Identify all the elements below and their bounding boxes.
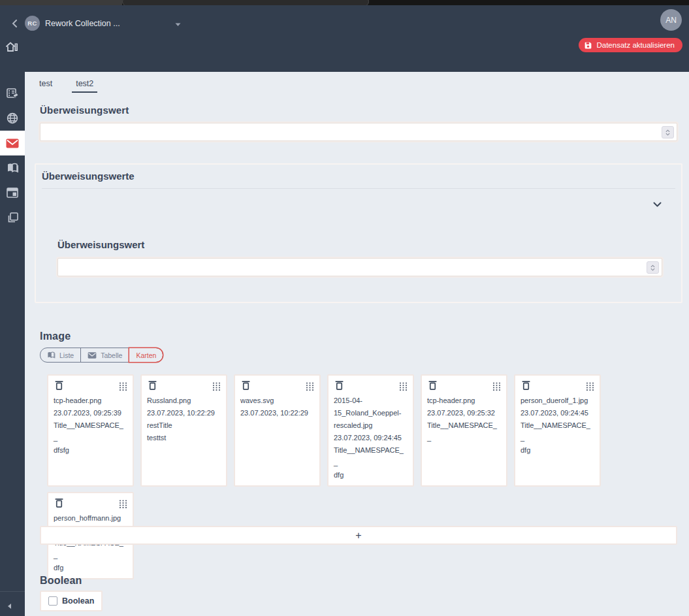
workspace-avatar: RC [25, 16, 40, 31]
tab-test2[interactable]: test2 [72, 78, 97, 93]
card-date: 23.07.2023, 09:25:39 [54, 407, 127, 419]
back-chevron-icon [11, 20, 18, 27]
sidebar [0, 72, 25, 616]
view-toggle-karten[interactable]: Karten [129, 348, 163, 362]
field1-wrapper [40, 123, 677, 141]
view-toggle: Liste Tabelle Karten [40, 348, 163, 363]
image-card[interactable]: waves.svg 23.07.2023, 10:22:29 [234, 374, 321, 487]
card-date: 23.07.2023, 10:22:29 [147, 407, 221, 419]
card-title-key: Title__NAMESPACE__ [521, 419, 594, 444]
image-section-title: Image [40, 331, 71, 342]
delete-icon[interactable] [334, 380, 344, 391]
collapse-left-icon[interactable] [9, 20, 20, 30]
delete-icon[interactable] [240, 380, 251, 391]
panel-title: Überweisungswerte [42, 170, 135, 182]
mail-icon [6, 138, 19, 148]
main-content: test test2 Überweisungswert Überweisungs… [25, 72, 689, 616]
image-card[interactable]: 2015-04-15_Roland_Koep­pel-rescaled.jpg … [327, 374, 414, 487]
delete-icon[interactable] [521, 380, 531, 391]
view-toggle-karten-label: Karten [136, 351, 156, 359]
avatar[interactable]: AN [660, 9, 682, 31]
card-date: 23.07.2023, 10:22:29 [240, 407, 314, 419]
book-icon [47, 351, 56, 359]
media-icon [7, 88, 19, 99]
panel-field-input[interactable] [62, 259, 645, 275]
browser-chrome-left [0, 0, 122, 5]
add-image-button[interactable]: + [40, 526, 677, 545]
drag-handle-icon[interactable] [119, 381, 127, 390]
sidebar-item-copy[interactable] [0, 205, 25, 230]
chevron-down-icon[interactable] [175, 18, 181, 29]
image-card[interactable]: tcp-header.png 23.07.2023, 09:25:32 Titl… [421, 374, 507, 487]
block-panel: Überweisungswerte Überweisungswert [35, 163, 682, 303]
drag-handle-icon[interactable] [212, 381, 221, 390]
sidebar-item-globe[interactable] [0, 106, 25, 131]
book-icon [7, 163, 19, 173]
card-icon-row [521, 380, 594, 391]
workspace-switcher[interactable]: RC Rework Collection ... [25, 16, 181, 31]
card-title-key: restTitle [147, 419, 221, 432]
view-toggle-tabelle-label: Tabelle [101, 351, 122, 359]
card-subtitle: dfg [521, 444, 594, 457]
image-card[interactable]: person_duerolf_1.jpg 23.07.2023, 09:24:4… [514, 374, 601, 487]
view-toggle-tabelle[interactable]: Tabelle [81, 348, 129, 362]
boolean-section-title: Boolean [40, 575, 82, 587]
tab-bar: test test2 [35, 78, 97, 93]
drag-handle-icon[interactable] [119, 499, 127, 508]
card-subtitle: testtst [147, 432, 221, 444]
workspace-title: Rework Collection ... [45, 19, 120, 28]
card-icon-row [427, 380, 501, 391]
image-card[interactable]: Russland.png 23.07.2023, 10:22:29 restTi… [140, 374, 227, 487]
browser-chrome-strip [0, 0, 689, 5]
globe-icon [7, 112, 18, 124]
boolean-toggle[interactable]: Boolean [40, 591, 103, 611]
field1-label: Überweisungswert [40, 105, 129, 116]
panel-collapse-chevron-icon[interactable] [651, 199, 663, 210]
delete-icon[interactable] [147, 380, 157, 391]
image-cards-grid: tcp-header.png 23.07.2023, 09:25:39 Titl… [47, 374, 667, 579]
drag-handle-icon[interactable] [586, 381, 594, 390]
card-title-key: Title__NAMESPACE__ [427, 419, 501, 444]
save-button[interactable]: Datensatz aktualisieren [579, 38, 682, 52]
view-toggle-liste[interactable]: Liste [40, 348, 81, 362]
sidebar-collapse-icon[interactable] [4, 602, 14, 612]
delete-icon[interactable] [54, 380, 64, 391]
sidebar-item-book[interactable] [0, 155, 25, 180]
tab-test[interactable]: test [35, 78, 56, 93]
sidebar-item-media[interactable] [0, 81, 25, 106]
app-header: RC Rework Collection ... AN Datensatz ak… [0, 5, 689, 72]
card-icon-row [54, 498, 127, 508]
card-filename: tcp-header.png [54, 395, 127, 407]
sidebar-item-table[interactable] [0, 180, 25, 205]
card-date: 23.07.2023, 09:24:45 [521, 407, 594, 419]
card-filename: 2015-04-15_Roland_Koep­pel-rescaled.jpg [334, 395, 408, 432]
card-subtitle: dfg [54, 562, 127, 574]
delete-icon[interactable] [427, 380, 438, 391]
card-filename: person_duerolf_1.jpg [521, 395, 594, 407]
copy-icon [7, 212, 18, 223]
save-button-label: Datensatz aktualisieren [596, 41, 675, 49]
card-subtitle: dfsfg [54, 444, 127, 457]
card-date: 23.07.2023, 09:25:32 [427, 407, 501, 419]
boolean-label: Boolean [62, 596, 94, 606]
card-filename: person_hoffmann.jpg [54, 512, 127, 525]
drag-handle-icon[interactable] [492, 381, 501, 390]
delete-icon[interactable] [54, 498, 64, 508]
card-filename: tcp-header.png [427, 395, 501, 407]
panel-field-wrapper [57, 258, 662, 276]
image-card[interactable]: tcp-header.png 23.07.2023, 09:25:39 Titl… [47, 374, 134, 487]
drag-handle-icon[interactable] [399, 381, 408, 390]
panel-field-label: Überweisungswert [57, 239, 144, 250]
mail-icon [88, 352, 97, 359]
save-floppy-icon [584, 41, 592, 50]
field1-input[interactable] [44, 124, 660, 140]
card-date: 23.07.2023, 09:24:45 [334, 432, 408, 444]
field1-spinner[interactable] [662, 126, 674, 138]
home-icon[interactable] [4, 40, 21, 56]
card-subtitle: dfg [334, 469, 408, 481]
panel-field-spinner[interactable] [647, 261, 659, 274]
card-icon-row [334, 380, 408, 391]
drag-handle-icon[interactable] [306, 381, 314, 390]
checkbox-icon[interactable] [48, 596, 57, 606]
sidebar-item-mail[interactable] [0, 131, 25, 155]
